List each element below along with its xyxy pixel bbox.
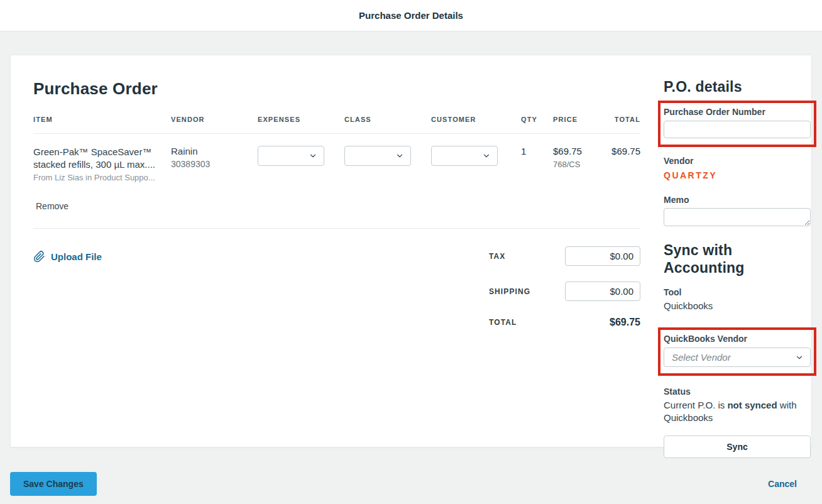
column-header-qty: QTY: [521, 116, 553, 123]
vendor-cell: Rainin 30389303: [171, 146, 258, 182]
memo-label: Memo: [664, 195, 811, 205]
tax-input[interactable]: [565, 246, 640, 266]
table-row: Green-Pak™ SpaceSaver™ stacked refills, …: [33, 134, 640, 182]
order-summary: TAX SHIPPING TOTAL $69.75: [489, 246, 640, 328]
item-source: From Liz Sias in Product Suppo...: [33, 173, 160, 182]
item-cell: Green-Pak™ SpaceSaver™ stacked refills, …: [33, 146, 171, 182]
column-header-class: CLASS: [344, 116, 431, 123]
cancel-link[interactable]: Cancel: [768, 479, 797, 489]
footer-actions: Save Changes Cancel: [0, 472, 822, 496]
expenses-cell: [258, 146, 344, 182]
vendor-label: Vendor: [664, 156, 811, 166]
column-header-item: ITEM: [33, 116, 171, 123]
content-area: Purchase Order ITEM VENDOR EXPENSES CLAS…: [0, 31, 822, 447]
status-not-synced: not synced: [727, 400, 777, 410]
shipping-label: SHIPPING: [489, 287, 530, 296]
po-number-highlight-box: Purchase Order Number: [658, 101, 816, 147]
qty-value: 1: [521, 146, 553, 156]
po-details-panel: P.O. details Purchase Order Number Vendo…: [664, 55, 811, 447]
shipping-input[interactable]: [565, 282, 640, 301]
po-number-label: Purchase Order Number: [664, 107, 811, 117]
status-block: Status Current P.O. is not synced with Q…: [664, 386, 811, 424]
shipping-row: SHIPPING: [489, 282, 640, 301]
grand-total-label: TOTAL: [489, 318, 517, 327]
upload-file-link[interactable]: Upload File: [33, 246, 102, 266]
grand-total-value: $69.75: [610, 317, 640, 328]
paperclip-icon: [33, 251, 45, 263]
chevron-down-icon: [795, 353, 804, 362]
sync-button[interactable]: Sync: [664, 436, 811, 458]
customer-dropdown[interactable]: [431, 146, 498, 166]
memo-textarea[interactable]: [664, 208, 811, 226]
quartzy-logo: QUARTZY: [664, 170, 811, 180]
purchase-order-section: Purchase Order ITEM VENDOR EXPENSES CLAS…: [33, 55, 640, 447]
po-number-input[interactable]: [664, 121, 811, 138]
row-total-value: $69.75: [611, 146, 640, 156]
top-bar: Purchase Order Details: [0, 0, 822, 31]
column-header-customer: CUSTOMER: [431, 116, 521, 123]
item-name: Green-Pak™ SpaceSaver™ stacked refills, …: [33, 146, 160, 171]
column-header-expenses: EXPENSES: [258, 116, 344, 123]
expenses-dropdown[interactable]: [258, 146, 324, 166]
totals-section: Upload File TAX SHIPPING TOTAL $69.75: [33, 246, 640, 328]
qty-cell: 1: [521, 146, 553, 182]
column-header-price: PRICE: [553, 116, 611, 123]
tax-row: TAX: [489, 246, 640, 266]
qb-vendor-placeholder: Select Vendor: [672, 352, 731, 363]
section-divider: [33, 228, 640, 229]
tool-block: Tool Quickbooks: [664, 287, 811, 311]
vendor-name: Rainin: [171, 146, 258, 156]
qb-vendor-highlight-box: QuickBooks Vendor Select Vendor: [658, 327, 816, 376]
upload-file-label: Upload File: [51, 251, 102, 262]
page-title: Purchase Order Details: [359, 10, 463, 21]
price-value: $69.75: [553, 146, 611, 156]
chevron-down-icon: [309, 151, 317, 160]
total-cell: $69.75: [611, 146, 640, 182]
grand-total-row: TOTAL $69.75: [489, 317, 640, 328]
memo-block: Memo: [664, 195, 811, 229]
chevron-down-icon: [482, 151, 491, 160]
class-dropdown[interactable]: [344, 146, 411, 166]
chevron-down-icon: [395, 151, 404, 160]
price-unit: 768/CS: [553, 160, 611, 169]
qb-vendor-label: QuickBooks Vendor: [664, 334, 811, 344]
column-header-total: TOTAL: [611, 116, 640, 123]
vendor-block: Vendor QUARTZY: [664, 156, 811, 180]
column-header-vendor: VENDOR: [171, 116, 258, 123]
purchase-order-heading: Purchase Order: [33, 79, 640, 99]
price-cell: $69.75 768/CS: [553, 146, 611, 182]
tool-value: Quickbooks: [664, 300, 811, 311]
remove-item-link[interactable]: Remove: [36, 201, 68, 211]
status-text: Current P.O. is not synced with Quickboo…: [664, 399, 811, 424]
sync-accounting-heading: Sync with Accounting: [664, 241, 777, 277]
vendor-sku: 30389303: [171, 159, 258, 169]
po-details-heading: P.O. details: [664, 79, 811, 96]
table-header-row: ITEM VENDOR EXPENSES CLASS CUSTOMER QTY …: [33, 116, 640, 123]
save-changes-button[interactable]: Save Changes: [10, 472, 97, 496]
purchase-order-card: Purchase Order ITEM VENDOR EXPENSES CLAS…: [10, 55, 812, 447]
status-label: Status: [664, 386, 811, 397]
class-cell: [344, 146, 431, 182]
customer-cell: [431, 146, 521, 182]
tax-label: TAX: [489, 252, 505, 261]
qb-vendor-select[interactable]: Select Vendor: [664, 348, 811, 367]
tool-label: Tool: [664, 287, 811, 297]
